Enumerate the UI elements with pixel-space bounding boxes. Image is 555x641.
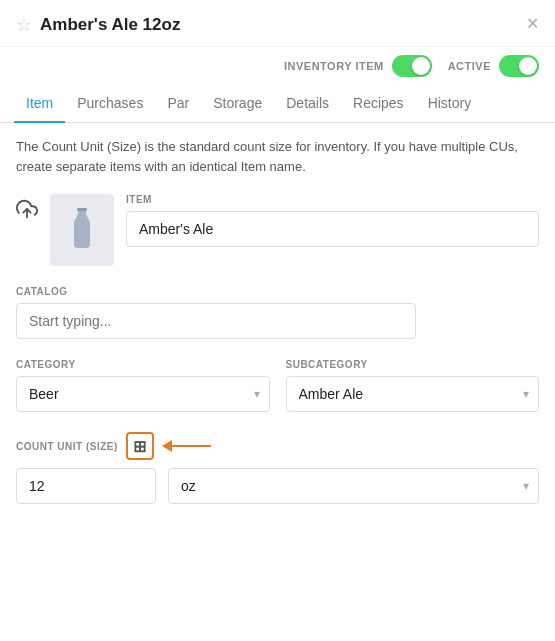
catalog-input[interactable] (16, 303, 416, 339)
svg-rect-1 (77, 208, 87, 211)
tab-item[interactable]: Item (14, 85, 65, 123)
upload-button[interactable] (16, 194, 38, 220)
subcategory-select-wrapper: Amber Ale IPA Stout Lager ▾ (286, 376, 540, 412)
inventory-toggle[interactable] (392, 55, 432, 77)
upload-icon (16, 198, 38, 220)
tab-history[interactable]: History (416, 85, 484, 123)
active-toggle-group: ACTIVE (448, 55, 539, 77)
count-unit-header: COUNT UNIT (SIZE) ⊞ (16, 432, 539, 460)
category-label: CATEGORY (16, 359, 270, 370)
add-count-unit-button[interactable]: ⊞ (126, 432, 154, 460)
count-unit-section: COUNT UNIT (SIZE) ⊞ oz ml l gal lb (16, 432, 539, 504)
category-field: CATEGORY Beer Wine Spirits ▾ (16, 359, 270, 412)
inventory-label: INVENTORY ITEM (284, 60, 384, 72)
category-select-wrapper: Beer Wine Spirits ▾ (16, 376, 270, 412)
subcategory-field: SUBCATEGORY Amber Ale IPA Stout Lager ▾ (286, 359, 540, 412)
active-label: ACTIVE (448, 60, 491, 72)
dialog-header: ☆ Amber's Ale 12oz ✕ (0, 0, 555, 47)
close-icon[interactable]: ✕ (526, 14, 539, 33)
arrow-indicator (162, 440, 211, 452)
catalog-label: CATALOG (16, 286, 539, 297)
tab-recipes[interactable]: Recipes (341, 85, 416, 123)
page-title: Amber's Ale 12oz (40, 15, 539, 35)
plus-icon: ⊞ (133, 437, 146, 456)
item-name-input[interactable] (126, 211, 539, 247)
item-image-name-row: ITEM (16, 194, 539, 266)
unit-select[interactable]: oz ml l gal lb g kg (168, 468, 539, 504)
category-subcategory-row: CATEGORY Beer Wine Spirits ▾ SUBCATEGORY… (16, 359, 539, 412)
tab-par[interactable]: Par (155, 85, 201, 123)
active-toggle[interactable] (499, 55, 539, 77)
toggle-row: INVENTORY ITEM ACTIVE (0, 47, 555, 85)
tab-bar: Item Purchases Par Storage Details Recip… (0, 85, 555, 123)
unit-select-wrapper: oz ml l gal lb g kg ▾ (168, 468, 539, 504)
tab-details[interactable]: Details (274, 85, 341, 123)
item-name-field: ITEM (126, 194, 539, 247)
arrow-line (171, 445, 211, 447)
catalog-section: CATALOG (16, 286, 539, 339)
tab-purchases[interactable]: Purchases (65, 85, 155, 123)
main-content: The Count Unit (Size) is the standard co… (0, 123, 555, 534)
count-number-input[interactable] (16, 468, 156, 504)
subcategory-select[interactable]: Amber Ale IPA Stout Lager (286, 376, 540, 412)
bottle-icon (68, 208, 96, 252)
favorite-icon[interactable]: ☆ (16, 14, 32, 36)
subcategory-label: SUBCATEGORY (286, 359, 540, 370)
tab-storage[interactable]: Storage (201, 85, 274, 123)
inventory-toggle-group: INVENTORY ITEM (284, 55, 432, 77)
description-text: The Count Unit (Size) is the standard co… (16, 137, 539, 176)
item-field-label: ITEM (126, 194, 539, 205)
count-unit-label: COUNT UNIT (SIZE) (16, 441, 118, 452)
unit-select-container: oz ml l gal lb g kg ▾ (168, 468, 539, 504)
category-select[interactable]: Beer Wine Spirits (16, 376, 270, 412)
item-image-box (50, 194, 114, 266)
count-unit-row: oz ml l gal lb g kg ▾ (16, 468, 539, 504)
